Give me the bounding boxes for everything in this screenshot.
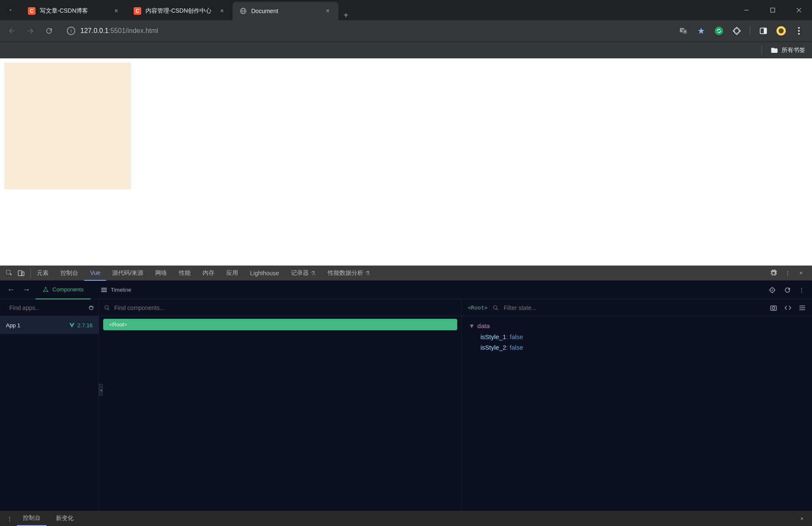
vue-tab-components[interactable]: Components: [36, 281, 91, 299]
vue-apps-column: App 1 2.7.16: [0, 299, 99, 511]
back-button[interactable]: [4, 23, 19, 38]
tab-recorder[interactable]: 记录器 ⚗: [285, 266, 322, 281]
svg-rect-13: [764, 28, 767, 33]
tab-memory[interactable]: 内存: [197, 266, 220, 281]
drawer-close-icon[interactable]: ×: [800, 515, 807, 522]
site-info-icon[interactable]: i: [67, 27, 75, 35]
data-row[interactable]: isStyle_1: false: [469, 331, 805, 342]
tab-1[interactable]: C 写文章-CSDN博客 ×: [21, 2, 127, 20]
translate-icon[interactable]: 文A: [679, 26, 688, 36]
all-bookmarks-label: 所有书签: [782, 47, 805, 54]
tab-elements[interactable]: 元素: [31, 266, 55, 281]
search-icon: [493, 305, 499, 311]
new-tab-button[interactable]: +: [338, 11, 354, 20]
collapse-handle[interactable]: ◂: [99, 384, 103, 396]
browser-titlebar: C 写文章-CSDN博客 × C 内容管理-CSDN创作中心 × Documen…: [0, 0, 812, 20]
vue-body: App 1 2.7.16 <Root> ◂: [0, 299, 812, 511]
refresh-icon[interactable]: [784, 286, 791, 294]
svg-point-18: [798, 33, 800, 35]
app-row[interactable]: App 1 2.7.16: [0, 316, 99, 334]
devtools-drawer: ⋮ 控制台 新变化 ×: [0, 511, 812, 526]
tab-performance[interactable]: 性能: [173, 266, 197, 281]
tab-3[interactable]: Document ×: [233, 2, 338, 20]
refresh-apps-icon[interactable]: [88, 304, 94, 311]
data-row[interactable]: isStyle_2: false: [469, 342, 805, 353]
more-icon[interactable]: ⋮: [783, 270, 792, 276]
target-icon[interactable]: [768, 286, 776, 294]
bookmark-star-icon[interactable]: ★: [697, 26, 706, 36]
settings-gear-icon[interactable]: [770, 269, 778, 277]
svg-point-29: [772, 289, 773, 290]
svg-point-16: [798, 27, 800, 29]
svg-rect-25: [101, 288, 107, 288]
tab-network[interactable]: 网络: [149, 266, 173, 281]
app-name: App 1: [6, 322, 20, 329]
side-panel-icon[interactable]: [759, 26, 768, 36]
vue-state-panel: <Root> ▼data isStyle_1: false isStyle_2:…: [462, 299, 812, 511]
device-toolbar-icon[interactable]: [15, 267, 27, 279]
svg-line-39: [497, 308, 498, 310]
globe-icon: [239, 7, 247, 15]
vue-more-icon[interactable]: ⋮: [799, 287, 804, 293]
tab-sources[interactable]: 源代码/来源: [106, 266, 149, 281]
tab-search-dropdown[interactable]: [0, 0, 21, 20]
vue-forward-button[interactable]: →: [20, 285, 32, 294]
devtools-tabs: 元素 控制台 Vue 源代码/来源 网络 性能 内存 应用 Lighthouse…: [0, 266, 812, 281]
tab-lighthouse[interactable]: Lighthouse: [244, 266, 285, 281]
svg-rect-26: [101, 289, 107, 290]
find-apps-input[interactable]: [9, 304, 83, 311]
vue-logo-icon: [69, 322, 75, 328]
csdn-favicon: C: [28, 7, 36, 15]
flask-icon: ⚗: [365, 270, 370, 277]
tab-console[interactable]: 控制台: [55, 266, 84, 281]
component-root[interactable]: <Root>: [103, 319, 457, 330]
extension-sync-icon[interactable]: [714, 26, 724, 36]
svg-rect-4: [771, 8, 775, 12]
close-icon[interactable]: ×: [112, 7, 120, 15]
maximize-button[interactable]: [760, 0, 786, 20]
close-icon[interactable]: ×: [324, 7, 332, 15]
inspect-element-icon[interactable]: [3, 267, 15, 279]
close-icon[interactable]: ×: [218, 7, 226, 15]
svg-rect-27: [101, 291, 107, 292]
tab-title: 写文章-CSDN博客: [40, 7, 108, 15]
tab-perf-insights[interactable]: 性能数据分析 ⚗: [322, 266, 376, 281]
svg-point-11: [715, 27, 723, 35]
address-bar: i 127.0.0.1:5501/index.html 文A ★: [0, 20, 812, 41]
drawer-tab-whatsnew[interactable]: 新变化: [50, 511, 80, 526]
tab-title: Document: [251, 8, 320, 14]
drawer-tab-console[interactable]: 控制台: [17, 511, 47, 526]
tab-vue[interactable]: Vue: [84, 266, 106, 281]
all-bookmarks-button[interactable]: 所有书签: [771, 47, 805, 54]
vue-back-button[interactable]: ←: [5, 285, 17, 294]
find-apps-search[interactable]: [0, 299, 99, 316]
svg-point-38: [494, 305, 497, 309]
profile-avatar[interactable]: [776, 26, 786, 36]
close-window-button[interactable]: [786, 0, 812, 20]
find-components-search[interactable]: [99, 299, 461, 316]
chevron-down-icon: ▼: [469, 322, 475, 329]
svg-text:文: 文: [681, 29, 684, 32]
toolbar-icons: 文A ★: [679, 26, 808, 36]
forward-button[interactable]: [23, 23, 38, 38]
tab-2[interactable]: C 内容管理-CSDN创作中心 ×: [127, 2, 233, 20]
screenshot-icon[interactable]: [770, 304, 777, 312]
data-section[interactable]: ▼data: [469, 321, 805, 331]
tab-application[interactable]: 应用: [220, 266, 244, 281]
filter-state-input[interactable]: [504, 304, 765, 311]
extensions-icon[interactable]: [732, 26, 741, 36]
find-components-input[interactable]: [114, 304, 456, 311]
vue-tab-timeline[interactable]: Timeline: [94, 281, 138, 299]
menu-icon[interactable]: [798, 304, 806, 312]
devtools-close-icon[interactable]: ×: [797, 270, 805, 276]
reload-button[interactable]: [41, 23, 57, 38]
minimize-button[interactable]: [733, 0, 760, 20]
svg-point-15: [779, 28, 784, 33]
url-bar[interactable]: i 127.0.0.1:5501/index.html: [60, 27, 675, 35]
open-in-editor-icon[interactable]: [784, 304, 792, 312]
drawer-more-icon[interactable]: ⋮: [5, 515, 14, 522]
vue-tab-label: Components: [52, 286, 84, 293]
chrome-menu-icon[interactable]: [794, 26, 804, 36]
bookmarks-bar: 所有书签: [0, 41, 812, 58]
flask-icon: ⚗: [310, 270, 316, 277]
